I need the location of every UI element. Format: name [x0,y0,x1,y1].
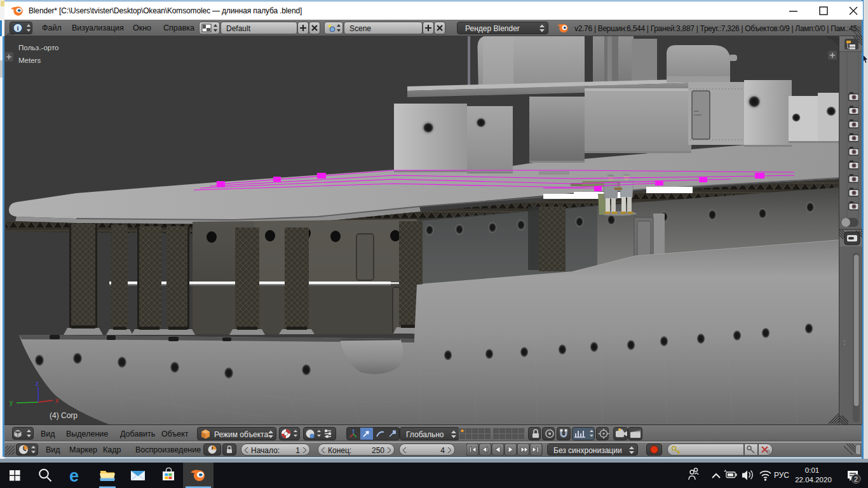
svg-text:x: x [55,397,58,404]
svg-text:z: z [36,380,39,387]
svg-text:22.04.2020: 22.04.2020 [795,476,832,484]
svg-text:Meters: Meters [18,57,41,64]
svg-text:0:01: 0:01 [805,466,819,474]
svg-text:y: y [10,399,13,406]
svg-text:2: 2 [854,475,858,483]
svg-text:РУС: РУС [774,471,789,480]
svg-text:Польз.-орто: Польз.-орто [18,44,58,51]
svg-text:e: e [69,466,79,485]
svg-text:i: i [17,24,18,32]
svg-text:(4) Corp: (4) Corp [50,411,78,420]
